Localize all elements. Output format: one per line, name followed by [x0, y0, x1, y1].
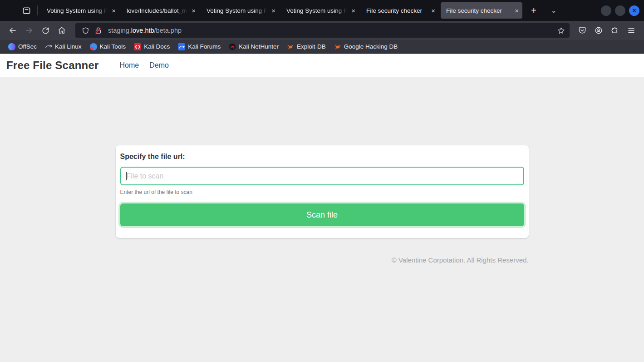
window-controls: ×	[601, 5, 639, 16]
bookmark-label: Kali Tools	[100, 43, 126, 50]
tab-close-icon[interactable]: ×	[271, 7, 275, 14]
file-url-input[interactable]	[120, 167, 524, 185]
reload-icon[interactable]	[38, 23, 53, 38]
nav-link-demo[interactable]: Demo	[149, 61, 169, 69]
tab-title: love/Includes/ballot_m	[127, 7, 189, 14]
bookmark-label: Google Hacking DB	[344, 43, 398, 50]
site-header: Free File Scanner Home Demo	[0, 54, 644, 77]
bookmarks-toolbar: OffSec Kali Linux Kali Tools ❮❯ Kali Doc…	[0, 40, 644, 53]
tab-separator	[37, 5, 38, 15]
tab-ballot[interactable]: love/Includes/ballot_m ×	[121, 2, 199, 19]
site-brand: Free File Scanner	[6, 59, 99, 72]
browser-tab-bar: Voting System using PH × love/Includes/b…	[0, 0, 644, 21]
exploit-db-favicon	[287, 43, 294, 50]
bookmark-label: Kali Docs	[144, 43, 170, 50]
bookmark-kali-docs[interactable]: ❮❯ Kali Docs	[130, 42, 173, 51]
kali-tools-favicon	[90, 43, 97, 50]
close-window-button[interactable]: ×	[629, 5, 639, 16]
url-subdomain: staging.	[108, 27, 131, 34]
url-path: /beta.php	[154, 27, 182, 34]
copyright-text: © Valentine Corpotation. All Rights Rese…	[116, 256, 529, 264]
google-hacking-db-favicon	[334, 43, 341, 50]
kali-forums-favicon	[178, 43, 185, 50]
tab-title: File security checker	[366, 7, 428, 14]
bookmark-star-icon[interactable]	[557, 27, 565, 35]
back-icon[interactable]	[5, 23, 20, 38]
tab-title: File security checker	[446, 7, 512, 14]
url-domain: love.htb	[131, 27, 154, 34]
address-bar[interactable]: staging.love.htb/beta.php	[75, 23, 570, 38]
tab-close-icon[interactable]: ×	[192, 7, 196, 14]
bookmark-kali-forums[interactable]: Kali Forums	[174, 42, 224, 51]
home-icon[interactable]	[54, 23, 69, 38]
tracking-protection-shield-icon[interactable]	[80, 25, 91, 36]
tab-voting-system-1[interactable]: Voting System using PH ×	[41, 2, 119, 19]
tab-close-icon[interactable]: ×	[431, 7, 435, 14]
browser-navigation-toolbar: staging.love.htb/beta.php	[0, 21, 644, 40]
bookmark-label: Kali Forums	[188, 43, 221, 50]
list-all-tabs-icon[interactable]: ⌄	[547, 4, 560, 17]
scan-file-button[interactable]: Scan file	[120, 203, 524, 226]
url-text: staging.love.htb/beta.php	[108, 27, 557, 34]
maximize-button[interactable]	[615, 5, 625, 16]
bookmark-kali-tools[interactable]: Kali Tools	[86, 42, 130, 51]
bookmark-label: Kali NetHunter	[239, 43, 279, 50]
offsec-favicon	[8, 43, 15, 50]
site-nav: Home Demo	[112, 61, 171, 69]
nav-link-home[interactable]: Home	[120, 61, 139, 69]
minimize-button[interactable]	[601, 5, 611, 16]
extensions-puzzle-icon[interactable]	[608, 23, 622, 38]
tab-voting-system-3[interactable]: Voting System using PH ×	[281, 2, 359, 19]
tab-title: Voting System using PH	[206, 7, 269, 14]
tab-close-icon[interactable]: ×	[351, 7, 355, 14]
kali-linux-favicon	[45, 43, 52, 50]
bookmark-google-hacking-db[interactable]: Google Hacking DB	[330, 42, 402, 51]
firefox-view-icon[interactable]	[19, 3, 34, 18]
forward-icon[interactable]	[22, 23, 36, 38]
file-url-input-wrap	[120, 167, 524, 185]
tab-file-security-checker-active[interactable]: File security checker ×	[441, 2, 522, 19]
tab-title: Voting System using PH	[47, 7, 109, 14]
file-url-help-text: Enter the url of the file to scan	[120, 189, 524, 195]
bookmark-label: OffSec	[18, 43, 37, 50]
tab-title: Voting System using PH	[286, 7, 349, 14]
bookmark-exploit-db[interactable]: Exploit-DB	[283, 42, 329, 51]
bookmark-kali-nethunter[interactable]: Kali NetHunter	[225, 42, 282, 51]
bookmark-offsec[interactable]: OffSec	[5, 42, 40, 51]
menu-hamburger-icon[interactable]	[624, 23, 639, 38]
account-icon[interactable]	[591, 23, 606, 38]
bookmark-kali-linux[interactable]: Kali Linux	[41, 42, 85, 51]
bookmark-label: Exploit-DB	[297, 43, 326, 50]
bookmark-label: Kali Linux	[55, 43, 82, 50]
tab-close-icon[interactable]: ×	[112, 7, 116, 14]
tab-file-security-checker-1[interactable]: File security checker ×	[361, 2, 439, 19]
tab-voting-system-2[interactable]: Voting System using PH ×	[201, 2, 279, 19]
pocket-icon[interactable]	[575, 23, 590, 38]
file-url-label: Specify the file url:	[120, 153, 524, 161]
new-tab-button[interactable]: +	[527, 4, 541, 17]
kali-docs-favicon: ❮❯	[134, 43, 141, 50]
page-content: Specify the file url: Enter the url of t…	[0, 77, 644, 264]
file-scanner-card: Specify the file url: Enter the url of t…	[116, 145, 529, 238]
tab-close-icon[interactable]: ×	[515, 7, 519, 14]
insecure-lock-icon[interactable]	[93, 25, 103, 36]
kali-nethunter-favicon	[229, 43, 236, 50]
web-page-viewport: Free File Scanner Home Demo Specify the …	[0, 53, 644, 362]
close-icon: ×	[632, 7, 636, 14]
